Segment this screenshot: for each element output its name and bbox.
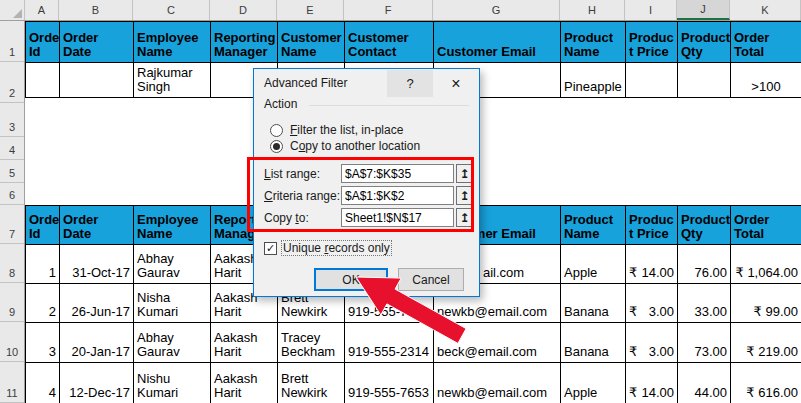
- cell[interactable]: 73.00: [678, 323, 731, 363]
- header-cell[interactable]: Product Name: [561, 206, 626, 245]
- cell[interactable]: 26-Jun-17: [60, 284, 134, 323]
- row-header-2[interactable]: 2: [0, 62, 24, 103]
- cell[interactable]: ₹ 99.00: [731, 284, 801, 323]
- cell[interactable]: 919-555-2314: [345, 323, 434, 363]
- cell[interactable]: Tracey Beckham: [278, 323, 345, 363]
- unique-records-checkbox[interactable]: ✓ Unique records only: [264, 240, 391, 256]
- row-header-1[interactable]: 1: [0, 21, 24, 62]
- radio-filter-in-place[interactable]: Filter the list, in-place: [270, 122, 403, 138]
- cell[interactable]: Nisha Kumari: [134, 284, 211, 323]
- header-cell[interactable]: Customer Contact: [345, 22, 434, 63]
- cell[interactable]: [26, 63, 60, 98]
- cell[interactable]: Abhay Gaurav: [134, 245, 211, 284]
- column-header-B[interactable]: B: [59, 0, 133, 20]
- cell[interactable]: 31-Oct-17: [60, 245, 134, 284]
- cell[interactable]: Apple: [561, 363, 626, 403]
- row-header-7[interactable]: 7: [0, 205, 24, 244]
- criteria-range-picker-button[interactable]: ↥: [456, 186, 473, 205]
- cell[interactable]: Rajkumar Singh: [134, 63, 211, 98]
- header-cell[interactable]: Customer Email: [434, 22, 561, 63]
- cell[interactable]: >100: [731, 63, 801, 98]
- close-button[interactable]: ×: [433, 70, 479, 97]
- cell[interactable]: Banana: [561, 323, 626, 363]
- cell[interactable]: Brett Newkirk: [278, 363, 345, 403]
- cell[interactable]: beck@email.com: [434, 323, 561, 363]
- row-header-6[interactable]: 6: [0, 183, 24, 205]
- header-cell[interactable]: Order Id: [26, 22, 60, 63]
- copy-to-picker-button[interactable]: ↥: [456, 208, 473, 227]
- cancel-button[interactable]: Cancel: [398, 268, 464, 291]
- dialog-title: Advanced Filter: [264, 76, 347, 90]
- column-header-J[interactable]: J: [677, 0, 730, 20]
- header-cell[interactable]: Order Date: [60, 206, 134, 245]
- header-cell[interactable]: Product Name: [561, 22, 626, 63]
- column-header-F[interactable]: F: [344, 0, 433, 20]
- cell[interactable]: Aakash Harit: [211, 323, 278, 363]
- cell-value: 3.00: [649, 305, 674, 320]
- cell[interactable]: 12-Dec-17: [60, 363, 134, 403]
- cell[interactable]: 3: [26, 323, 60, 363]
- header-cell[interactable]: Employee Name: [134, 22, 211, 63]
- cell[interactable]: Apple: [561, 245, 626, 284]
- column-header-D[interactable]: D: [210, 0, 277, 20]
- column-header-C[interactable]: C: [133, 0, 210, 20]
- cell[interactable]: ₹3.00: [626, 284, 678, 323]
- cell[interactable]: [60, 63, 134, 98]
- cell[interactable]: 44.00: [678, 363, 731, 403]
- header-cell[interactable]: Product Qty: [678, 206, 731, 245]
- column-header-A[interactable]: A: [25, 0, 59, 20]
- header-cell[interactable]: Order Total: [731, 206, 801, 245]
- criteria-range-input[interactable]: [341, 186, 454, 205]
- cell[interactable]: Nishu Kumari: [134, 363, 211, 403]
- cell[interactable]: Banana: [561, 284, 626, 323]
- column-header-H[interactable]: H: [560, 0, 625, 20]
- header-cell[interactable]: Produc t Price: [626, 206, 678, 245]
- row-header-3[interactable]: 3: [0, 103, 24, 137]
- cell[interactable]: [626, 63, 678, 98]
- cell[interactable]: 33.00: [678, 284, 731, 323]
- header-cell[interactable]: Customer Name: [278, 22, 345, 63]
- header-cell[interactable]: Product Qty: [678, 22, 731, 63]
- cell[interactable]: 4: [26, 363, 60, 403]
- copy-to-input[interactable]: [341, 208, 454, 227]
- cell[interactable]: Pineapple: [561, 63, 626, 98]
- cell[interactable]: ₹14.00: [626, 245, 678, 284]
- header-cell[interactable]: Order Date: [60, 22, 134, 63]
- column-header-G[interactable]: G: [433, 0, 560, 20]
- row-header-10[interactable]: 10: [0, 322, 24, 362]
- radio-copy-to-location[interactable]: Copy to another location: [270, 138, 420, 154]
- list-range-picker-button[interactable]: ↥: [456, 164, 473, 183]
- header-cell[interactable]: Employee Name: [134, 206, 211, 245]
- cell[interactable]: newkb@email.com: [434, 363, 561, 403]
- cell[interactable]: ₹ 616.00: [731, 363, 801, 403]
- row-header-11[interactable]: 11: [0, 362, 24, 403]
- header-cell[interactable]: Produc t Price: [626, 22, 678, 63]
- help-button[interactable]: ?: [387, 70, 433, 97]
- cell[interactable]: 20-Jan-17: [60, 323, 134, 363]
- header-cell[interactable]: Order Id: [26, 206, 60, 245]
- row-header-9[interactable]: 9: [0, 283, 24, 322]
- header-cell[interactable]: Order Total: [731, 22, 801, 63]
- row-header-8[interactable]: 8: [0, 244, 24, 283]
- column-header-E[interactable]: E: [277, 0, 344, 20]
- cell[interactable]: Aakash Harit: [211, 363, 278, 403]
- cell[interactable]: ₹ 219.00: [731, 323, 801, 363]
- cell[interactable]: ₹14.00: [626, 363, 678, 403]
- ok-button[interactable]: OK: [314, 268, 388, 291]
- cell[interactable]: 919-555-7653: [345, 363, 434, 403]
- cell[interactable]: Abhay Gaurav: [134, 323, 211, 363]
- column-header-I[interactable]: I: [625, 0, 677, 20]
- column-header-K[interactable]: K: [730, 0, 801, 20]
- list-range-input[interactable]: [341, 164, 454, 183]
- cell[interactable]: 76.00: [678, 245, 731, 284]
- row-header-5[interactable]: 5: [0, 160, 24, 183]
- row-header-4[interactable]: 4: [0, 137, 24, 160]
- advanced-filter-dialog: Advanced Filter ? × Action Filter the li…: [253, 68, 480, 297]
- select-all-corner[interactable]: [0, 0, 25, 20]
- cell[interactable]: 1: [26, 245, 60, 284]
- cell[interactable]: [678, 63, 731, 98]
- header-cell[interactable]: Reporting Manager: [211, 22, 278, 63]
- cell[interactable]: ₹3.00: [626, 323, 678, 363]
- cell[interactable]: 2: [26, 284, 60, 323]
- cell[interactable]: ₹ 1,064.00: [731, 245, 801, 284]
